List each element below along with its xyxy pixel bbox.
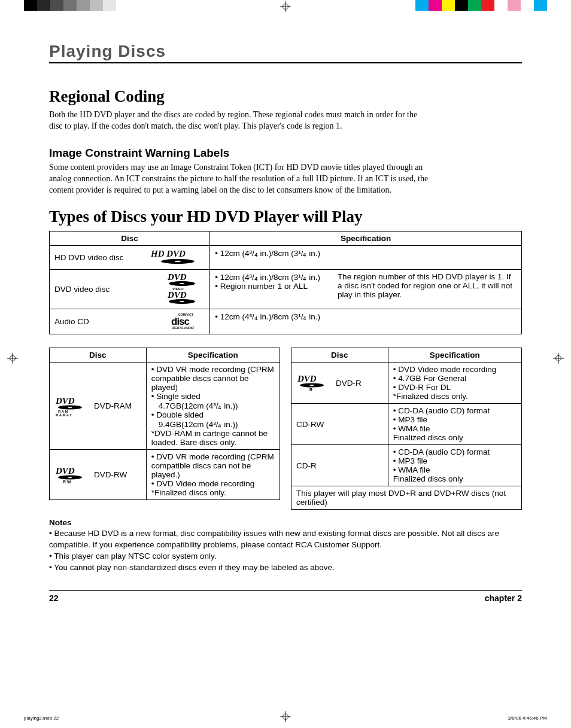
- svg-text:DVD: DVD: [55, 396, 75, 406]
- svg-point-28: [68, 407, 72, 408]
- heading-regional-coding: Regional Coding: [49, 87, 522, 106]
- table-header-disc: Disc: [291, 348, 388, 363]
- disc-cell: DVDR A MR A M 4.7DVD-RAM: [50, 363, 147, 450]
- disc-name: HD DVD video disc: [54, 253, 124, 262]
- spec-cell: • CD-DA (audio CD) format• MP3 file• WMA…: [388, 404, 521, 445]
- svg-text:R A M 4.7: R A M 4.7: [56, 413, 72, 416]
- svg-text:DVD: DVD: [297, 374, 317, 383]
- section-heading: Playing Discs: [49, 42, 522, 63]
- disc-name: DVD-RW: [94, 470, 127, 479]
- note-item: This player can play NTSC color system o…: [49, 551, 522, 562]
- svg-text:DVD: DVD: [167, 290, 187, 300]
- notes-heading: Notes: [49, 518, 522, 527]
- dvd-r-logo-icon: DVDR: [296, 374, 332, 392]
- svg-point-21: [180, 301, 184, 302]
- disc-name: Audio CD: [54, 317, 89, 326]
- table-footer-cell: This player will play most DVD+R and DVD…: [291, 486, 522, 510]
- table-row: Audio CDCOMPACTdiscDIGITAL AUDIO• 12cm (…: [50, 309, 522, 334]
- chapter-label: chapter 2: [485, 593, 522, 603]
- table-header-disc: Disc: [50, 232, 210, 246]
- paragraph-image-constraint: Some content providers may use an Image …: [49, 162, 432, 196]
- disc-name: CD-R: [296, 461, 317, 470]
- table-row: DVDR A MR A M 4.7DVD-RAM• DVD VR mode re…: [50, 363, 280, 450]
- svg-text:DVD: DVD: [167, 272, 187, 282]
- disc-cell: CD-R: [291, 445, 388, 486]
- disc-name: CD-RW: [296, 420, 324, 429]
- disc-spec-table-right: Disc Specification DVDRDVD-R• DVD Video …: [291, 348, 522, 510]
- disc-cell: DVDRDVD-R: [291, 363, 388, 404]
- table-row: HD DVD video discHD DVD• 12cm (4³/₄ in.)…: [50, 246, 522, 270]
- table-row: CD-RW• CD-DA (audio CD) format• MP3 file…: [291, 404, 522, 445]
- page-footer: 22 chapter 2: [49, 590, 522, 603]
- heading-types-of-discs: Types of Discs your HD DVD Player will P…: [49, 208, 522, 226]
- svg-text:HD DVD: HD DVD: [151, 249, 186, 258]
- svg-point-17: [180, 283, 184, 284]
- page-number: 22: [49, 593, 59, 603]
- notes-list: Because HD DVD is a new format, disc com…: [49, 528, 522, 574]
- dvd-rw-logo-icon: DVDR W: [54, 466, 90, 484]
- disc-name: DVD-RAM: [94, 401, 132, 410]
- compact-disc-logo-icon: COMPACTdiscDIGITAL AUDIO: [171, 312, 205, 330]
- disc-name: DVD-R: [336, 379, 362, 388]
- svg-text:R W: R W: [63, 480, 71, 484]
- disc-spec-table-left: Disc Specification DVDR A MR A M 4.7DVD-…: [49, 348, 280, 500]
- svg-text:R: R: [309, 388, 312, 392]
- table-row: DVDRDVD-R• DVD Video mode recording• 4.7…: [291, 363, 522, 404]
- svg-point-37: [310, 385, 314, 386]
- spec-cell: • DVD Video mode recording• 4.7GB For Ge…: [388, 363, 521, 404]
- note-item: You cannot play non-standardized discs e…: [49, 562, 522, 574]
- spec-cell: • DVD VR mode recording (CPRM compatible…: [146, 363, 280, 450]
- spec-cell: • CD-DA (audio CD) format• MP3 file• WMA…: [388, 445, 521, 486]
- svg-point-33: [68, 477, 72, 478]
- table-header-disc: Disc: [50, 348, 147, 363]
- heading-image-constraint: Image Constraint Warning Labels: [49, 147, 522, 160]
- table-header-spec: Specification: [210, 232, 522, 246]
- dvd-ram-logo-icon: DVDR A MR A M 4.7: [54, 396, 90, 416]
- svg-point-14: [175, 261, 181, 262]
- disc-cell: CD-RW: [291, 404, 388, 445]
- note-item: Because HD DVD is a new format, disc com…: [49, 528, 522, 551]
- disc-spec-table-main: Disc Specification HD DVD video discHD D…: [49, 231, 522, 334]
- paragraph-regional: Both the HD DVD player and the discs are…: [49, 109, 432, 132]
- table-footer-row: This player will play most DVD+R and DVD…: [291, 486, 522, 510]
- spec-cell: • 12cm (4³/₄ in.)/8cm (3¹/₄ in.): [210, 309, 522, 334]
- spec-cell: • 12cm (4³/₄ in.)/8cm (3¹/₄ in.): [210, 246, 522, 270]
- svg-text:DIGITAL AUDIO: DIGITAL AUDIO: [172, 326, 194, 330]
- spec-cell: • 12cm (4³/₄ in.)/8cm (3¹/₄ in.)• Region…: [210, 270, 333, 309]
- hddvd-logo-icon: HD DVD: [151, 248, 205, 265]
- table-row: DVD video discDVDVIDEODVD• 12cm (4³/₄ in…: [50, 270, 522, 309]
- spec-cell: • DVD VR mode recording (CPRM compatible…: [146, 450, 280, 500]
- table-header-spec: Specification: [388, 348, 521, 363]
- disc-name: DVD video disc: [54, 285, 110, 294]
- svg-text:DVD: DVD: [55, 466, 75, 476]
- spec-extra-cell: The region number of this HD DVD player …: [333, 270, 522, 309]
- dvd-video-logo-icon: DVDVIDEODVD: [164, 272, 205, 304]
- disc-cell: DVDR WDVD-RW: [50, 450, 147, 500]
- table-row: CD-R• CD-DA (audio CD) format• MP3 file•…: [291, 445, 522, 486]
- table-header-spec: Specification: [146, 348, 280, 363]
- table-row: DVDR WDVD-RW• DVD VR mode recording (CPR…: [50, 450, 280, 500]
